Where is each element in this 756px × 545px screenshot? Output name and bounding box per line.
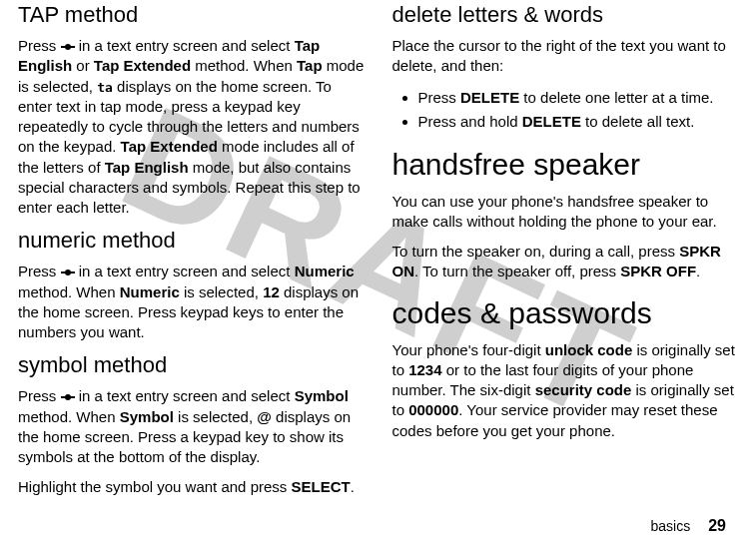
text: in a text entry screen and select bbox=[75, 263, 295, 279]
delete-key-label-2: DELETE bbox=[522, 113, 581, 130]
tap-method-body: Press in a text entry screen and select … bbox=[18, 36, 365, 218]
text: Press bbox=[18, 37, 61, 54]
text: is selected, bbox=[174, 408, 257, 425]
numeric-label: Numeric bbox=[295, 263, 355, 279]
code-000000: 000000 bbox=[408, 401, 458, 418]
tap-extended-label: Tap Extended bbox=[94, 57, 191, 74]
tap-mode-icon: ta bbox=[97, 79, 113, 97]
nav-key-icon bbox=[61, 392, 75, 402]
symbol-method-body-1: Press in a text entry screen and select … bbox=[18, 386, 365, 467]
delete-bullet-2: Press and hold DELETE to delete all text… bbox=[418, 111, 739, 134]
symbol-method-heading: symbol method bbox=[18, 352, 365, 378]
handsfree-heading: handsfree speaker bbox=[392, 148, 739, 182]
unlock-code-term: unlock code bbox=[545, 341, 633, 358]
select-label: SELECT bbox=[291, 478, 350, 495]
delete-heading: delete letters & words bbox=[392, 2, 739, 28]
nav-key-icon bbox=[61, 268, 75, 277]
right-column: delete letters & words Place the cursor … bbox=[378, 0, 739, 545]
code-1234: 1234 bbox=[408, 361, 441, 378]
symbol-label-2: Symbol bbox=[120, 408, 174, 425]
delete-key-label: DELETE bbox=[460, 89, 519, 106]
text: Your phone's four-digit bbox=[392, 341, 545, 358]
left-column: TAP method Press in a text entry screen … bbox=[18, 0, 378, 545]
text: . bbox=[696, 263, 700, 279]
text: in a text entry screen and select bbox=[75, 387, 295, 404]
security-code-term: security code bbox=[535, 381, 632, 398]
text: method. When bbox=[18, 408, 120, 425]
symbol-label: Symbol bbox=[295, 387, 349, 404]
tap-method-heading: TAP method bbox=[18, 2, 365, 28]
numeric-label-2: Numeric bbox=[120, 283, 180, 300]
codes-body: Your phone's four-digit unlock code is o… bbox=[392, 340, 739, 441]
nav-key-icon bbox=[61, 42, 75, 52]
spkr-off-label: SPKR OFF bbox=[620, 263, 696, 279]
text: in a text entry screen and select bbox=[75, 37, 295, 54]
numeric-indicator: 12 bbox=[263, 283, 280, 300]
text: or bbox=[72, 57, 94, 74]
delete-bullet-1: Press DELETE to delete one letter at a t… bbox=[418, 87, 739, 110]
tap-label: Tap bbox=[297, 57, 323, 74]
text: is selected, bbox=[180, 283, 263, 300]
symbol-method-body-2: Highlight the symbol you want and press … bbox=[18, 477, 365, 497]
text: to delete all text. bbox=[581, 113, 694, 130]
symbol-indicator: @ bbox=[257, 408, 272, 425]
page-content: TAP method Press in a text entry screen … bbox=[0, 0, 756, 545]
text: method. When bbox=[191, 57, 297, 74]
text: Press and hold bbox=[418, 113, 522, 130]
text: to delete one letter at a time. bbox=[519, 89, 713, 106]
numeric-method-body: Press in a text entry screen and select … bbox=[18, 262, 365, 342]
handsfree-p1: You can use your phone's handsfree speak… bbox=[392, 192, 739, 233]
handsfree-p2: To turn the speaker on, during a call, p… bbox=[392, 242, 739, 282]
text: To turn the speaker on, during a call, p… bbox=[392, 243, 680, 260]
delete-intro: Place the cursor to the right of the tex… bbox=[392, 36, 739, 77]
text: Press bbox=[18, 263, 61, 279]
codes-heading: codes & passwords bbox=[392, 296, 739, 330]
tap-extended-label-2: Tap Extended bbox=[121, 138, 218, 155]
numeric-method-heading: numeric method bbox=[18, 228, 365, 254]
text: . bbox=[351, 478, 355, 495]
delete-bullets: Press DELETE to delete one letter at a t… bbox=[392, 87, 739, 134]
text: . To turn the speaker off, press bbox=[414, 263, 620, 279]
tap-english-label-2: Tap English bbox=[105, 159, 189, 176]
text: Press bbox=[418, 89, 461, 106]
text: Highlight the symbol you want and press bbox=[18, 478, 291, 495]
text: Press bbox=[18, 387, 61, 404]
text: method. When bbox=[18, 283, 120, 300]
